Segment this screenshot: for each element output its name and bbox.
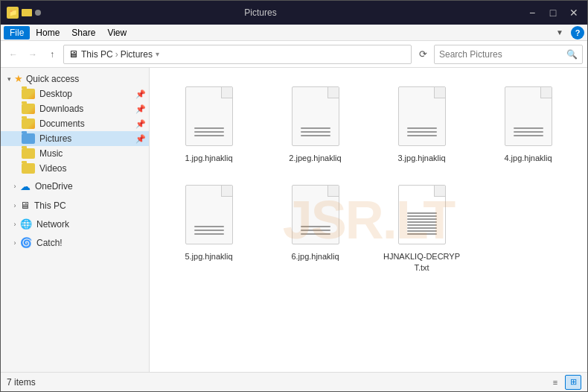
file-doc-icon (505, 86, 552, 146)
file-icon-wrapper (392, 83, 452, 150)
pc-icon: 🖥 (20, 200, 30, 211)
file-item[interactable]: 2.jpeg.hjnakliq (265, 77, 365, 169)
music-folder-icon (22, 148, 35, 159)
file-area-container: JSR.LT (150, 68, 587, 372)
sidebar-item-documents[interactable]: Documents 📌 (1, 116, 149, 131)
file-item[interactable]: 5.jpg.hjnakliq (159, 175, 259, 279)
file-line (407, 127, 437, 129)
file-name: 1.jpg.hjnakliq (185, 153, 232, 163)
onedrive-label: OneDrive (35, 181, 73, 192)
status-bar: 7 items ≡ ⊞ (1, 372, 587, 391)
list-view-button[interactable]: ≡ (547, 375, 563, 390)
sidebar-item-music[interactable]: Music (1, 146, 149, 161)
network-label: Network (36, 219, 69, 230)
search-icon[interactable]: 🔍 (566, 49, 578, 60)
file-lines (407, 127, 437, 136)
catch-section: › 🌀 Catch! (1, 234, 149, 251)
file-line (407, 212, 437, 214)
file-line (407, 215, 437, 217)
refresh-button[interactable]: ⟳ (415, 46, 431, 63)
menu-share[interactable]: Share (65, 26, 101, 39)
network-section: › 🌐 Network (1, 215, 149, 233)
file-line (301, 135, 330, 136)
file-line (301, 230, 330, 231)
file-line (301, 226, 330, 227)
videos-label: Videos (39, 163, 66, 174)
downloads-pin-icon: 📌 (135, 104, 146, 114)
search-input[interactable] (439, 49, 563, 60)
file-line (194, 233, 224, 235)
onedrive-section: › ☁ OneDrive (1, 177, 149, 195)
file-line (407, 218, 437, 220)
this-pc-label: This PC (34, 200, 66, 211)
file-doc-icon (185, 185, 233, 244)
sidebar-item-desktop[interactable]: Desktop 📌 (1, 86, 149, 101)
sidebar-item-this-pc[interactable]: › 🖥 This PC (1, 197, 149, 214)
up-button[interactable]: ↑ (44, 46, 60, 63)
file-lines (301, 226, 330, 235)
sidebar-item-downloads[interactable]: Downloads 📌 (1, 101, 149, 116)
catch-label: Catch! (36, 238, 63, 248)
documents-label: Documents (39, 118, 85, 129)
file-doc-icon-txt (398, 185, 446, 244)
path-this-pc[interactable]: This PC (81, 49, 113, 60)
quick-access-section: ▾ ★ Quick access Desktop 📌 Downloads 📌 D… (1, 71, 149, 176)
desktop-label: Desktop (39, 89, 72, 99)
file-item[interactable]: HJNAKLIQ-DECRYPT.txt (371, 175, 472, 279)
downloads-folder-icon (22, 104, 35, 114)
address-path[interactable]: 🖥 This PC › Pictures ▾ (63, 45, 412, 64)
grid-view-button[interactable]: ⊞ (565, 375, 581, 390)
sidebar-item-pictures[interactable]: Pictures 📌 (1, 131, 149, 146)
documents-folder-icon (22, 118, 35, 129)
sidebar-item-videos[interactable]: Videos (1, 161, 149, 176)
file-name: 6.jpg.hjnakliq (291, 251, 339, 262)
file-doc-icon (185, 86, 233, 146)
path-chevron[interactable]: ▾ (156, 50, 159, 58)
sidebar-item-network[interactable]: › 🌐 Network (1, 215, 149, 233)
music-label: Music (39, 148, 63, 159)
onedrive-icon: ☁ (20, 180, 31, 192)
explorer-window: 📁 Pictures − □ ✕ File Home Share View ▼ … (0, 0, 588, 392)
menu-home[interactable]: Home (30, 26, 65, 39)
file-line (514, 135, 543, 136)
file-name: 4.jpg.hjnakliq (504, 153, 552, 163)
menu-file[interactable]: File (4, 26, 30, 39)
file-lines (514, 127, 543, 136)
catch-chevron: › (10, 239, 20, 247)
file-line (194, 135, 224, 136)
address-bar: ← → ↑ 🖥 This PC › Pictures ▾ ⟳ 🔍 (1, 41, 587, 68)
file-doc-icon (398, 86, 446, 146)
file-item[interactable]: 4.jpg.hjnakliq (478, 77, 578, 169)
file-line (301, 233, 330, 235)
file-line (407, 230, 437, 232)
ribbon-chevron-down[interactable]: ▼ (552, 25, 568, 41)
quick-access-header[interactable]: ▾ ★ Quick access (1, 71, 149, 86)
file-line (194, 226, 224, 227)
back-button[interactable]: ← (5, 46, 22, 63)
file-lines (194, 127, 224, 136)
close-button[interactable]: ✕ (566, 7, 581, 19)
menu-view[interactable]: View (101, 26, 132, 39)
sidebar-item-onedrive[interactable]: › ☁ OneDrive (1, 177, 149, 195)
file-line (407, 233, 437, 235)
this-pc-section: › 🖥 This PC (1, 197, 149, 214)
path-pictures[interactable]: Pictures (121, 49, 153, 60)
file-line (407, 224, 437, 226)
file-item[interactable]: 3.jpg.hjnakliq (371, 77, 472, 169)
maximize-button[interactable]: □ (546, 7, 560, 19)
file-item[interactable]: 6.jpg.hjnakliq (265, 175, 365, 279)
help-button[interactable]: ? (571, 26, 584, 39)
file-lines (407, 212, 437, 235)
sidebar-item-catch[interactable]: › 🌀 Catch! (1, 234, 149, 251)
catch-icon: 🌀 (20, 237, 32, 248)
status-item-count: 7 items (7, 377, 547, 388)
forward-button[interactable]: → (25, 46, 41, 63)
file-name: 5.jpg.hjnakliq (185, 251, 232, 262)
quick-access-star: ★ (14, 73, 23, 84)
file-item[interactable]: 1.jpg.hjnakliq (159, 77, 259, 169)
file-line (407, 135, 437, 136)
file-line (514, 127, 543, 129)
minimize-button[interactable]: − (525, 7, 540, 19)
file-icon-wrapper (392, 181, 452, 248)
search-box[interactable]: 🔍 (434, 45, 583, 64)
